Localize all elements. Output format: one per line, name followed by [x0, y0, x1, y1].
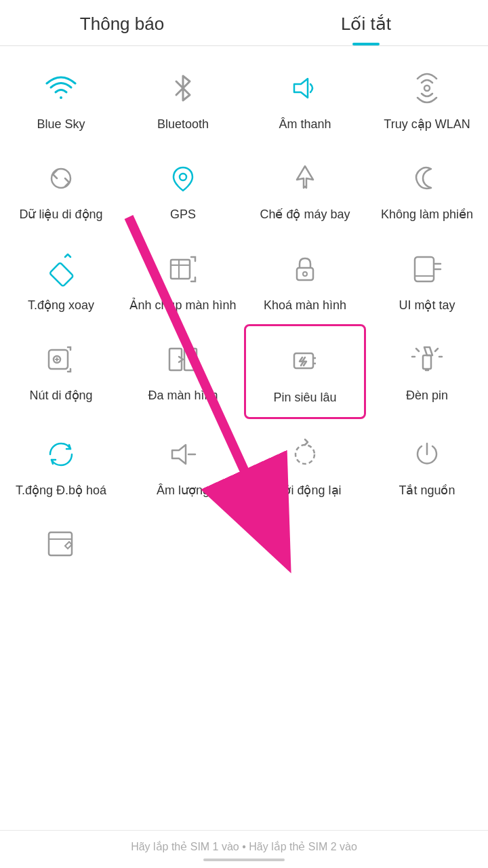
che-do-may-bay-label: Chế độ máy bay: [260, 207, 350, 222]
grid-item-am-thanh[interactable]: Âm thanh: [244, 53, 366, 143]
svg-point-9: [303, 272, 307, 276]
am-luong-icon: [161, 433, 205, 476]
am-luong-label: Âm lượng: [157, 483, 209, 498]
blue-sky-label: Blue Sky: [37, 117, 85, 132]
am-thanh-icon: [283, 66, 327, 110]
truy-cap-wlan-icon: [405, 66, 449, 110]
svg-point-26: [296, 445, 314, 464]
gps-icon: [161, 157, 205, 200]
blue-sky-icon: [39, 66, 83, 110]
t-dong-xoay-label: T.động xoay: [28, 298, 94, 313]
grid-item-anh-chup-man-hinh[interactable]: Ảnh chụp màn hình: [122, 234, 244, 324]
khong-lam-phien-icon: [405, 157, 449, 200]
da-man-hinh-label: Đa màn hình: [148, 388, 218, 403]
svg-rect-4: [49, 262, 73, 286]
ui-mot-tay-label: UI một tay: [399, 298, 455, 313]
tat-nguon-label: Tắt nguồn: [399, 483, 455, 498]
grid-item-truy-cap-wlan[interactable]: Truy cập WLAN: [366, 53, 488, 143]
grid-item-blue-sky[interactable]: Blue Sky: [0, 53, 122, 143]
grid-item-du-lieu-di-dong[interactable]: Dữ liệu di động: [0, 143, 122, 233]
am-thanh-label: Âm thanh: [279, 117, 331, 132]
bluetooth-icon: [161, 66, 205, 110]
gps-label: GPS: [170, 207, 196, 222]
du-lieu-di-dong-label: Dữ liệu di động: [19, 207, 102, 222]
ui-mot-tay-icon: [405, 248, 449, 291]
grid-item-ui-mot-tay[interactable]: UI một tay: [366, 234, 488, 324]
svg-marker-0: [294, 79, 308, 98]
svg-line-20: [416, 349, 419, 351]
khong-lam-phien-label: Không làm phiền: [381, 207, 473, 222]
nut-di-dong-icon: [39, 338, 83, 381]
pin-sieu-lau-label: Pin siêu lâu: [273, 390, 336, 406]
truy-cap-wlan-label: Truy cập WLAN: [384, 117, 470, 132]
tab-active-indicator: [352, 43, 380, 45]
anh-chup-man-hinh-label: Ảnh chụp màn hình: [129, 298, 236, 313]
svg-point-3: [180, 174, 186, 180]
anh-chup-man-hinh-icon: [161, 248, 205, 291]
grid-item-am-luong[interactable]: Âm lượng: [122, 419, 244, 509]
t-dong-xoay-icon: [39, 248, 83, 291]
grid-item-che-do-may-bay[interactable]: Chế độ máy bay: [244, 143, 366, 233]
svg-line-22: [435, 349, 438, 351]
bottom-status-bar: Hãy lắp thẻ SIM 1 vào • Hãy lắp thẻ SIM …: [0, 830, 488, 868]
t-dong-d-bo-hoa-label: T.động Đ.bộ hoá: [16, 483, 106, 498]
shortcuts-grid: Blue Sky Bluetooth Âm thanh Truy cập WLA…: [0, 46, 488, 591]
grid-item-t-dong-xoay[interactable]: T.động xoay: [0, 234, 122, 324]
nut-di-dong-label: Nút di động: [29, 388, 92, 403]
svg-rect-5: [171, 260, 190, 279]
grid-item-tat-nguon[interactable]: Tắt nguồn: [366, 419, 488, 509]
grid-item-khong-lam-phien[interactable]: Không làm phiền: [366, 143, 488, 233]
tat-nguon-icon: [405, 433, 449, 476]
edit-icon: [39, 523, 83, 566]
svg-rect-19: [423, 355, 431, 369]
sim-status-text: Hãy lắp thẻ SIM 1 vào • Hãy lắp thẻ SIM …: [131, 841, 357, 852]
tab-thong-bao[interactable]: Thông báo: [0, 14, 244, 45]
khoa-man-hinh-label: Khoá màn hình: [264, 298, 346, 313]
grid-item-bluetooth[interactable]: Bluetooth: [122, 53, 244, 143]
header: Thông báo Lối tắt: [0, 0, 488, 46]
home-indicator: [203, 859, 285, 861]
grid-item-gps[interactable]: GPS: [122, 143, 244, 233]
khoi-dong-lai-icon: [283, 433, 327, 476]
tab-loi-tat[interactable]: Lối tắt: [244, 14, 488, 45]
edit-shortcuts-button[interactable]: [0, 509, 122, 584]
pin-sieu-lau-icon: [283, 340, 327, 383]
khoi-dong-lai-label: Khởi động lại: [268, 483, 341, 498]
che-do-may-bay-icon: [283, 157, 327, 200]
grid-item-t-dong-d-bo-hoa[interactable]: T.động Đ.bộ hoá: [0, 419, 122, 509]
da-man-hinh-icon: [161, 338, 205, 381]
den-pin-label: Đèn pin: [406, 388, 448, 403]
t-dong-d-bo-hoa-icon: [39, 433, 83, 476]
grid-item-den-pin[interactable]: Đèn pin: [366, 324, 488, 418]
den-pin-icon: [405, 338, 449, 381]
grid-item-khoi-dong-lai[interactable]: Khởi động lại: [244, 419, 366, 509]
bluetooth-label: Bluetooth: [157, 117, 209, 132]
svg-rect-14: [169, 349, 182, 370]
svg-rect-10: [415, 257, 434, 281]
grid-item-pin-sieu-lau[interactable]: Pin siêu lâu: [244, 324, 366, 418]
svg-point-1: [424, 85, 430, 91]
svg-rect-8: [297, 268, 313, 280]
svg-rect-15: [184, 349, 197, 370]
grid-item-nut-di-dong[interactable]: Nút di động: [0, 324, 122, 418]
svg-marker-24: [172, 445, 186, 464]
khoa-man-hinh-icon: [283, 248, 327, 291]
grid-item-da-man-hinh[interactable]: Đa màn hình: [122, 324, 244, 418]
grid-item-khoa-man-hinh[interactable]: Khoá màn hình: [244, 234, 366, 324]
du-lieu-di-dong-icon: [39, 157, 83, 200]
svg-rect-28: [49, 532, 72, 555]
